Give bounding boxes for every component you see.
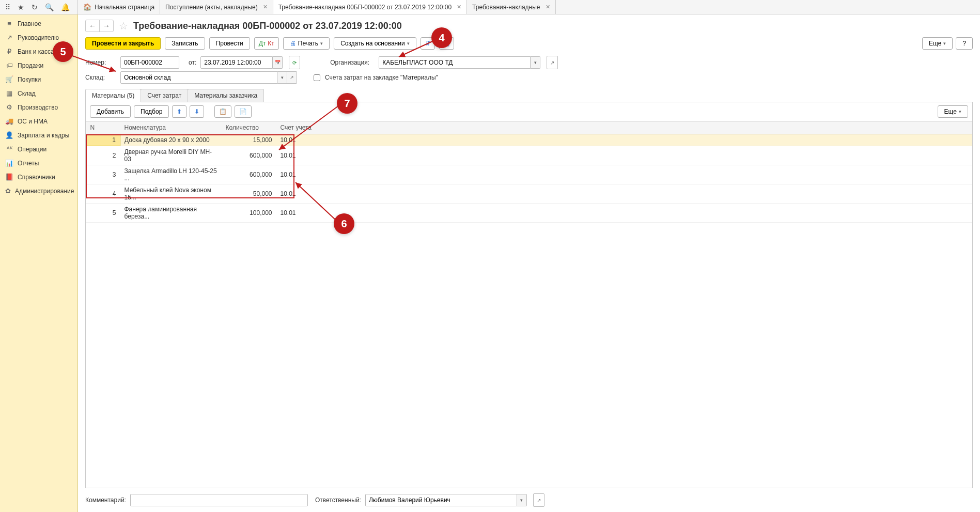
col-header-rest <box>321 121 973 134</box>
table-area[interactable]: N Номенклатура Количество Счет учета 1 Д… <box>86 121 972 488</box>
dropdown-icon[interactable]: ▾ <box>277 71 287 84</box>
sidebar-item-operations[interactable]: ᴬᴷОперации <box>0 142 77 156</box>
cell-acct[interactable]: 10.01 <box>276 204 321 223</box>
cell-n[interactable]: 5 <box>86 204 120 223</box>
sidebar-item-references[interactable]: 📕Справочники <box>0 170 77 184</box>
table-row[interactable]: 2 Дверная ручка Morelli DIY MH-03 600,00… <box>86 146 973 165</box>
nav-buttons: ← → <box>85 20 114 32</box>
favorite-icon[interactable]: ☆ <box>119 20 128 32</box>
sidebar-item-reports[interactable]: 📊Отчеты <box>0 156 77 170</box>
cell-name[interactable]: Фанера ламинированная береза... <box>120 204 222 223</box>
sidebar-item-main[interactable]: ≡Главное <box>0 17 77 30</box>
topbar-system-icons: ⠿ ★ ↻ 🔍 🔔 <box>0 0 78 14</box>
close-icon[interactable]: ✕ <box>546 4 550 10</box>
print-button[interactable]: 🖨 Печать <box>283 37 330 50</box>
main-content: ← → ☆ Требование-накладная 00БП-000002 о… <box>78 14 980 512</box>
table-row[interactable]: 3 Защелка Armadillo LH 120-45-25 ... 600… <box>86 165 973 184</box>
responsible-input[interactable] <box>365 494 517 506</box>
cell-name[interactable]: Доска дубовая 20 x 90 x 2000 <box>120 134 222 146</box>
table-more-button[interactable]: Еще <box>938 105 968 118</box>
post-button[interactable]: Провести <box>209 37 250 50</box>
comment-input[interactable] <box>130 494 308 506</box>
create-based-on-button[interactable]: Создать на основании <box>334 37 416 50</box>
cell-n[interactable]: 4 <box>86 184 120 204</box>
open-warehouse-button[interactable]: ↗ <box>287 71 297 84</box>
cell-n[interactable]: 1 <box>86 134 120 146</box>
date-label: от: <box>189 59 196 66</box>
add-row-button[interactable]: Добавить <box>90 105 131 118</box>
cell-qty[interactable]: 600,000 <box>222 146 276 165</box>
sidebar-item-admin[interactable]: ✿Администрирование <box>0 184 77 198</box>
tab-materials[interactable]: Материалы (5) <box>85 89 141 102</box>
tab-receipts[interactable]: Поступление (акты, накладные) ✕ <box>160 0 273 14</box>
responsible-input-wrap: ▾ <box>365 494 527 506</box>
pick-button[interactable]: Подбор <box>134 105 169 118</box>
sidebar-item-salary[interactable]: 👤Зарплата и кадры <box>0 128 77 142</box>
sidebar-item-purchases[interactable]: 🛒Покупки <box>0 72 77 86</box>
tab-requisition-doc[interactable]: Требование-накладная 00БП-000002 от 23.0… <box>273 0 467 14</box>
dropdown-icon[interactable]: ▾ <box>517 494 527 506</box>
sidebar-item-assets[interactable]: 🚚ОС и НМА <box>0 114 77 128</box>
date-input-wrap: 📅 <box>200 56 283 69</box>
refresh-button[interactable]: ⟳ <box>289 56 300 69</box>
save-button[interactable]: Записать <box>165 37 205 50</box>
table-row[interactable]: 4 Мебельный клей Nova эконом 15... 50,00… <box>86 184 973 204</box>
cell-name[interactable]: Защелка Armadillo LH 120-45-25 ... <box>120 165 222 184</box>
sidebar-item-label: Отчеты <box>18 160 39 167</box>
dropdown-icon[interactable]: ▾ <box>531 56 540 69</box>
open-org-button[interactable]: ↗ <box>547 56 558 69</box>
col-header-name[interactable]: Номенклатура <box>120 121 222 134</box>
more-button[interactable]: Еще <box>922 37 953 50</box>
cell-qty[interactable]: 15,000 <box>222 134 276 146</box>
apps-icon[interactable]: ⠿ <box>5 3 10 11</box>
tab-requisitions-list[interactable]: Требования-накладные ✕ <box>467 0 555 14</box>
search-icon[interactable]: 🔍 <box>45 3 54 11</box>
sidebar-item-label: Банк и касса <box>18 48 54 55</box>
org-input[interactable] <box>379 56 531 69</box>
move-up-button[interactable]: ⬆ <box>172 105 186 118</box>
cell-n[interactable]: 2 <box>86 146 120 165</box>
cell-qty[interactable]: 50,000 <box>222 184 276 204</box>
cell-name[interactable]: Дверная ручка Morelli DIY MH-03 <box>120 146 222 165</box>
move-down-button[interactable]: ⬇ <box>190 105 204 118</box>
cell-acct[interactable]: 10.01 <box>276 184 321 204</box>
sidebar-item-warehouse[interactable]: ▦Склад <box>0 86 77 100</box>
cell-qty[interactable]: 100,000 <box>222 204 276 223</box>
col-header-qty[interactable]: Количество <box>222 121 276 134</box>
sidebar-item-production[interactable]: ⚙Производство <box>0 100 77 114</box>
open-responsible-button[interactable]: ↗ <box>533 493 545 507</box>
callout-5: 5 <box>53 41 73 62</box>
cell-qty[interactable]: 600,000 <box>222 165 276 184</box>
cell-acct[interactable]: 10.01 <box>276 134 321 146</box>
col-header-acct[interactable]: Счет учета <box>276 121 321 134</box>
nav-forward-button[interactable]: → <box>100 20 113 32</box>
post-and-close-button[interactable]: Провести и закрыть <box>85 37 161 50</box>
footer: Комментарий: Ответственный: ▾ ↗ <box>78 488 980 512</box>
paste-button[interactable]: 📄 <box>235 105 252 118</box>
copy-button[interactable]: 📋 <box>214 105 231 118</box>
tab-cost-account[interactable]: Счет затрат <box>141 89 188 102</box>
cell-name[interactable]: Мебельный клей Nova эконом 15... <box>120 184 222 204</box>
table-row[interactable]: 5 Фанера ламинированная береза... 100,00… <box>86 204 973 223</box>
tab-customer-materials[interactable]: Материалы заказчика <box>188 89 264 102</box>
col-header-n[interactable]: N <box>86 121 120 134</box>
tab-home[interactable]: 🏠 Начальная страница <box>78 0 160 14</box>
bell-icon[interactable]: 🔔 <box>61 3 70 11</box>
close-icon[interactable]: ✕ <box>263 4 268 10</box>
dtk-button[interactable]: ДтКт <box>254 37 279 50</box>
tab-label: Начальная страница <box>95 4 154 11</box>
cost-accounts-checkbox[interactable] <box>314 74 320 81</box>
warehouse-input[interactable] <box>120 71 277 84</box>
cell-n[interactable]: 3 <box>86 165 120 184</box>
history-icon[interactable]: ↻ <box>32 3 38 11</box>
calendar-icon[interactable]: 📅 <box>273 56 283 69</box>
nav-back-button[interactable]: ← <box>86 20 100 32</box>
number-input[interactable] <box>120 56 179 69</box>
cell-acct[interactable]: 10.01 <box>276 165 321 184</box>
help-button[interactable]: ? <box>956 37 973 50</box>
cell-acct[interactable]: 10.01 <box>276 146 321 165</box>
date-input[interactable] <box>200 56 273 69</box>
close-icon[interactable]: ✕ <box>457 4 461 10</box>
table-row[interactable]: 1 Доска дубовая 20 x 90 x 2000 15,000 10… <box>86 134 973 146</box>
star-icon[interactable]: ★ <box>18 3 24 11</box>
